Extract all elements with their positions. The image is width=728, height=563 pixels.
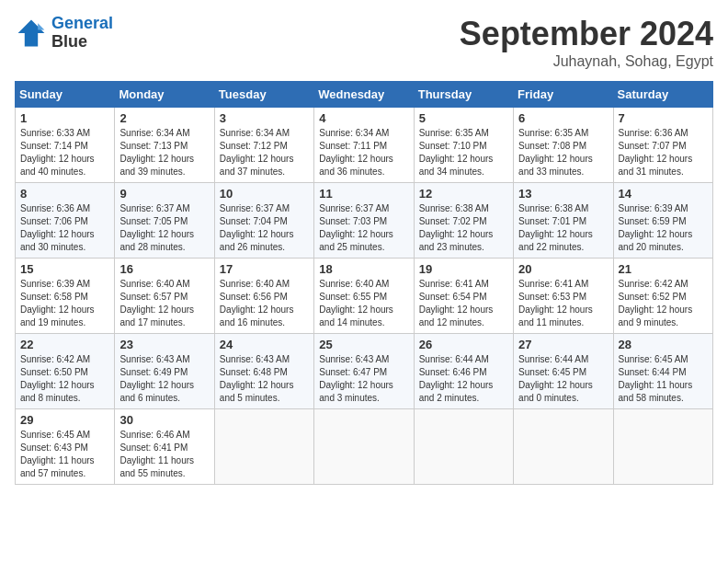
- table-row: 17 Sunrise: 6:40 AM Sunset: 6:56 PM Dayl…: [214, 259, 313, 334]
- day-info: Sunrise: 6:40 AM Sunset: 6:57 PM Dayligh…: [119, 278, 209, 329]
- table-row: 22 Sunrise: 6:42 AM Sunset: 6:50 PM Dayl…: [16, 334, 115, 409]
- day-number: 28: [619, 338, 708, 351]
- calendar-week-4: 22 Sunrise: 6:42 AM Sunset: 6:50 PM Dayl…: [16, 334, 713, 409]
- day-info: Sunrise: 6:44 AM Sunset: 6:45 PM Dayligh…: [518, 353, 608, 405]
- day-number: 20: [518, 262, 608, 276]
- svg-marker-1: [38, 23, 44, 29]
- day-info: Sunrise: 6:41 AM Sunset: 6:53 PM Dayligh…: [518, 278, 608, 329]
- day-number: 6: [518, 111, 608, 125]
- day-number: 3: [220, 111, 309, 125]
- col-monday: Monday: [115, 82, 214, 108]
- day-number: 11: [319, 187, 408, 201]
- calendar-week-2: 8 Sunrise: 6:36 AM Sunset: 7:06 PM Dayli…: [16, 183, 713, 259]
- table-row: 19 Sunrise: 6:41 AM Sunset: 6:54 PM Dayl…: [414, 259, 513, 334]
- table-row: 11 Sunrise: 6:37 AM Sunset: 7:03 PM Dayl…: [314, 183, 414, 259]
- day-number: 15: [20, 262, 109, 276]
- logo: General Blue: [15, 15, 113, 52]
- col-saturday: Saturday: [613, 82, 712, 108]
- day-number: 4: [319, 111, 408, 125]
- table-row: [414, 409, 513, 485]
- calendar-week-5: 29 Sunrise: 6:45 AM Sunset: 6:43 PM Dayl…: [16, 409, 713, 485]
- table-row: 7 Sunrise: 6:36 AM Sunset: 7:07 PM Dayli…: [613, 108, 712, 183]
- day-number: 23: [119, 338, 209, 351]
- col-tuesday: Tuesday: [214, 82, 313, 108]
- page-header: General Blue September 2024 Juhaynah, So…: [15, 15, 713, 70]
- logo-icon: [15, 17, 48, 50]
- day-number: 27: [518, 338, 608, 351]
- svg-marker-0: [18, 19, 45, 46]
- day-number: 19: [419, 262, 508, 276]
- table-row: 27 Sunrise: 6:44 AM Sunset: 6:45 PM Dayl…: [514, 334, 613, 409]
- day-info: Sunrise: 6:42 AM Sunset: 6:50 PM Dayligh…: [20, 353, 109, 405]
- day-info: Sunrise: 6:46 AM Sunset: 6:41 PM Dayligh…: [119, 429, 209, 480]
- table-row: 30 Sunrise: 6:46 AM Sunset: 6:41 PM Dayl…: [115, 409, 214, 485]
- day-info: Sunrise: 6:36 AM Sunset: 7:07 PM Dayligh…: [619, 127, 708, 178]
- day-number: 24: [220, 338, 309, 351]
- day-info: Sunrise: 6:37 AM Sunset: 7:04 PM Dayligh…: [220, 202, 309, 254]
- day-number: 13: [518, 187, 608, 201]
- day-info: Sunrise: 6:43 AM Sunset: 6:48 PM Dayligh…: [220, 353, 309, 405]
- day-number: 8: [20, 187, 109, 201]
- day-info: Sunrise: 6:33 AM Sunset: 7:14 PM Dayligh…: [20, 127, 109, 178]
- day-number: 1: [20, 111, 109, 125]
- day-info: Sunrise: 6:38 AM Sunset: 7:01 PM Dayligh…: [518, 202, 608, 254]
- table-row: 13 Sunrise: 6:38 AM Sunset: 7:01 PM Dayl…: [514, 183, 613, 259]
- day-info: Sunrise: 6:39 AM Sunset: 6:58 PM Dayligh…: [20, 278, 109, 329]
- table-row: 5 Sunrise: 6:35 AM Sunset: 7:10 PM Dayli…: [414, 108, 513, 183]
- table-row: 4 Sunrise: 6:34 AM Sunset: 7:11 PM Dayli…: [314, 108, 414, 183]
- table-row: 26 Sunrise: 6:44 AM Sunset: 6:46 PM Dayl…: [414, 334, 513, 409]
- day-number: 21: [619, 262, 708, 276]
- col-sunday: Sunday: [16, 82, 115, 108]
- day-number: 22: [20, 338, 109, 351]
- table-row: 3 Sunrise: 6:34 AM Sunset: 7:12 PM Dayli…: [214, 108, 313, 183]
- day-info: Sunrise: 6:34 AM Sunset: 7:12 PM Dayligh…: [220, 127, 309, 178]
- day-number: 2: [119, 111, 209, 125]
- table-row: 8 Sunrise: 6:36 AM Sunset: 7:06 PM Dayli…: [16, 183, 115, 259]
- day-info: Sunrise: 6:37 AM Sunset: 7:05 PM Dayligh…: [119, 202, 209, 254]
- day-info: Sunrise: 6:40 AM Sunset: 6:55 PM Dayligh…: [319, 278, 408, 329]
- table-row: 2 Sunrise: 6:34 AM Sunset: 7:13 PM Dayli…: [115, 108, 214, 183]
- table-row: [514, 409, 613, 485]
- table-row: 18 Sunrise: 6:40 AM Sunset: 6:55 PM Dayl…: [314, 259, 414, 334]
- table-row: 12 Sunrise: 6:38 AM Sunset: 7:02 PM Dayl…: [414, 183, 513, 259]
- day-number: 18: [319, 262, 408, 276]
- table-row: 23 Sunrise: 6:43 AM Sunset: 6:49 PM Dayl…: [115, 334, 214, 409]
- col-wednesday: Wednesday: [314, 82, 414, 108]
- day-number: 30: [119, 413, 209, 427]
- day-number: 5: [419, 111, 508, 125]
- day-info: Sunrise: 6:36 AM Sunset: 7:06 PM Dayligh…: [20, 202, 109, 254]
- location: Juhaynah, Sohag, Egypt: [460, 53, 713, 70]
- calendar-week-1: 1 Sunrise: 6:33 AM Sunset: 7:14 PM Dayli…: [16, 108, 713, 183]
- day-number: 16: [119, 262, 209, 276]
- day-info: Sunrise: 6:41 AM Sunset: 6:54 PM Dayligh…: [419, 278, 508, 329]
- table-row: 14 Sunrise: 6:39 AM Sunset: 6:59 PM Dayl…: [613, 183, 712, 259]
- table-row: [214, 409, 313, 485]
- table-row: 25 Sunrise: 6:43 AM Sunset: 6:47 PM Dayl…: [314, 334, 414, 409]
- day-number: 14: [619, 187, 708, 201]
- day-info: Sunrise: 6:42 AM Sunset: 6:52 PM Dayligh…: [619, 278, 708, 329]
- day-info: Sunrise: 6:35 AM Sunset: 7:08 PM Dayligh…: [518, 127, 608, 178]
- table-row: 28 Sunrise: 6:45 AM Sunset: 6:44 PM Dayl…: [613, 334, 712, 409]
- day-info: Sunrise: 6:34 AM Sunset: 7:11 PM Dayligh…: [319, 127, 408, 178]
- table-row: 6 Sunrise: 6:35 AM Sunset: 7:08 PM Dayli…: [514, 108, 613, 183]
- day-info: Sunrise: 6:38 AM Sunset: 7:02 PM Dayligh…: [419, 202, 508, 254]
- calendar-table: Sunday Monday Tuesday Wednesday Thursday…: [15, 81, 713, 485]
- table-row: [314, 409, 414, 485]
- day-info: Sunrise: 6:45 AM Sunset: 6:44 PM Dayligh…: [619, 353, 708, 405]
- col-thursday: Thursday: [414, 82, 513, 108]
- table-row: 29 Sunrise: 6:45 AM Sunset: 6:43 PM Dayl…: [16, 409, 115, 485]
- day-info: Sunrise: 6:40 AM Sunset: 6:56 PM Dayligh…: [220, 278, 309, 329]
- table-row: 9 Sunrise: 6:37 AM Sunset: 7:05 PM Dayli…: [115, 183, 214, 259]
- day-info: Sunrise: 6:34 AM Sunset: 7:13 PM Dayligh…: [119, 127, 209, 178]
- table-row: 24 Sunrise: 6:43 AM Sunset: 6:48 PM Dayl…: [214, 334, 313, 409]
- table-row: 20 Sunrise: 6:41 AM Sunset: 6:53 PM Dayl…: [514, 259, 613, 334]
- table-row: 15 Sunrise: 6:39 AM Sunset: 6:58 PM Dayl…: [16, 259, 115, 334]
- calendar-header-row: Sunday Monday Tuesday Wednesday Thursday…: [16, 82, 713, 108]
- day-number: 29: [20, 413, 109, 427]
- day-number: 25: [319, 338, 408, 351]
- day-number: 9: [119, 187, 209, 201]
- logo-text: General Blue: [51, 15, 113, 52]
- day-info: Sunrise: 6:35 AM Sunset: 7:10 PM Dayligh…: [419, 127, 508, 178]
- day-info: Sunrise: 6:44 AM Sunset: 6:46 PM Dayligh…: [419, 353, 508, 405]
- day-info: Sunrise: 6:43 AM Sunset: 6:49 PM Dayligh…: [119, 353, 209, 405]
